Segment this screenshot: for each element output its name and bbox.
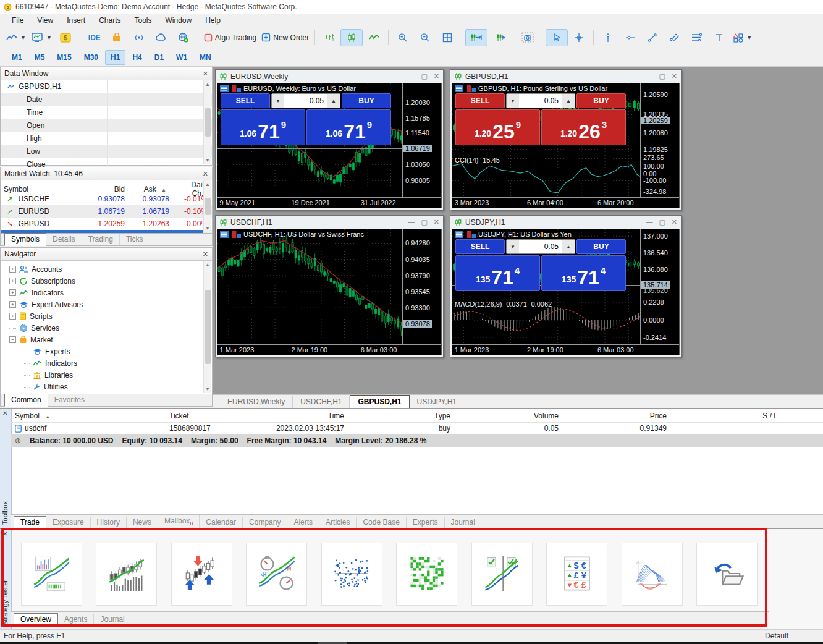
navigator-item-expert-advisors[interactable]: +Expert Advisors — [4, 299, 212, 310]
close-icon[interactable]: ✕ — [203, 250, 208, 258]
chart-area[interactable]: USDJPY, H1: US Dollar vs Yen SELL ▼ 0.05… — [452, 229, 680, 355]
volume-decrease-button[interactable]: ▼ — [272, 94, 284, 108]
navigator-item-indicators[interactable]: Indicators — [4, 357, 212, 369]
toolbox-tab-mailbox[interactable]: Mailbox8 — [158, 515, 200, 528]
sell-button[interactable]: SELL — [455, 239, 505, 254]
data-window-row[interactable]: Time — [1, 106, 212, 119]
shift-end-button[interactable] — [465, 29, 487, 46]
chart-profile-button[interactable]: ▼ — [28, 29, 54, 46]
toolbox-tab-history[interactable]: History — [91, 517, 127, 528]
chart-area[interactable]: EURUSD, Weekly: Euro vs US Dollar SELL ▼… — [217, 83, 442, 208]
channel-button[interactable] — [664, 29, 686, 46]
minimize-icon[interactable]: — — [646, 72, 652, 80]
menu-view[interactable]: View — [30, 14, 60, 27]
trendline-button[interactable] — [641, 29, 664, 46]
vps-button[interactable] — [150, 29, 172, 46]
sell-price[interactable]: 135714 — [455, 255, 540, 291]
market-watch-scrollbar[interactable]: ▲▼ — [203, 180, 211, 232]
tester-tile-trade-arrows[interactable] — [171, 543, 232, 606]
minimize-icon[interactable]: — — [408, 72, 415, 80]
quick-trade-icon[interactable] — [467, 85, 476, 92]
timeframe-m30[interactable]: M30 — [78, 50, 104, 65]
market-depth-icon[interactable] — [220, 85, 229, 92]
maximize-icon[interactable]: ▢ — [421, 72, 427, 80]
tester-tile-currency-table[interactable]: $€£¥€£ — [546, 543, 607, 606]
navigator-scrollbar[interactable]: ▲▼ — [203, 261, 211, 393]
chart-window-titlebar[interactable]: USDCHF,H1 —▢✕ — [216, 216, 443, 229]
deposit-button[interactable]: $ — [54, 29, 77, 46]
algo-trading-button[interactable]: Algo Trading — [201, 29, 259, 46]
tester-tab-journal[interactable]: Journal — [94, 614, 130, 625]
buy-price[interactable]: 1.06719 — [306, 109, 391, 145]
sell-button[interactable]: SELL — [221, 93, 270, 108]
new-order-button[interactable]: New Order — [259, 29, 311, 46]
ide-button[interactable]: IDE — [83, 29, 106, 46]
timeframe-m5[interactable]: M5 — [29, 50, 51, 65]
tester-tile-candles-volume[interactable] — [96, 543, 157, 606]
bar-chart-button[interactable]: 1 — [318, 29, 340, 46]
close-icon[interactable]: ✕ — [2, 530, 7, 537]
volume-value[interactable]: 0.05 — [519, 94, 562, 108]
toolbox-tab-articles[interactable]: Articles — [319, 517, 357, 528]
volume-increase-button[interactable]: ▲ — [562, 240, 575, 253]
data-window-row[interactable]: Low — [1, 145, 212, 158]
timeframe-w1[interactable]: W1 — [171, 50, 193, 65]
timeframe-m1[interactable]: M1 — [6, 50, 28, 65]
trade-table-row[interactable]: usdchf15868908172023.02.03 13:45:17buy0.… — [11, 422, 823, 435]
menu-charts[interactable]: Charts — [92, 14, 127, 27]
market-watch-header[interactable]: SymbolBidAsk ▲Daily Ch... — [1, 180, 212, 193]
tester-tile-scatter-plot[interactable] — [321, 543, 382, 606]
market-button[interactable] — [106, 29, 128, 46]
quick-trade-icon[interactable] — [467, 231, 476, 238]
buy-button[interactable]: BUY — [576, 239, 626, 254]
tester-tile-distribution-surface[interactable] — [622, 543, 683, 606]
navigator-item-accounts[interactable]: +Accounts — [4, 263, 212, 275]
data-window-row[interactable]: Date — [1, 93, 212, 106]
close-icon[interactable]: ✕ — [434, 72, 439, 80]
market-depth-icon[interactable] — [455, 231, 463, 238]
toolbox-tab-exposure[interactable]: Exposure — [46, 517, 91, 528]
data-window-scrollbar[interactable]: ▲▼ — [203, 80, 211, 164]
chart-tab-usdjpy-h1[interactable]: USDJPY,H1 — [410, 396, 464, 408]
market-watch-tab-details[interactable]: Details — [46, 234, 82, 245]
timeframe-h4[interactable]: H4 — [127, 50, 147, 65]
expand-icon[interactable]: ⊕ — [15, 436, 21, 445]
buy-button[interactable]: BUY — [576, 93, 626, 108]
fibonacci-button[interactable] — [686, 29, 708, 46]
tester-tile-forward-test[interactable] — [471, 543, 533, 606]
menu-insert[interactable]: Insert — [60, 14, 92, 27]
toolbox-tab-journal[interactable]: Journal — [445, 517, 481, 528]
tester-tile-optimization-matrix[interactable] — [396, 543, 457, 606]
chart-type-button[interactable]: ▼ — [4, 29, 28, 46]
data-window-row[interactable]: GBPUSD,H1 — [1, 80, 212, 93]
tester-tile-backtest-report[interactable] — [21, 543, 82, 606]
buy-button[interactable]: BUY — [342, 93, 391, 108]
close-icon[interactable]: ✕ — [2, 410, 7, 417]
text-button[interactable] — [708, 29, 730, 46]
toolbox-tab-code-base[interactable]: Code Base — [357, 517, 406, 528]
tester-tab-agents[interactable]: Agents — [58, 614, 94, 625]
data-window-row[interactable]: Open — [1, 119, 212, 132]
navigator-tab-favorites[interactable]: Favorites — [48, 394, 91, 406]
market-watch-tab-ticks[interactable]: Ticks — [120, 234, 150, 245]
toolbox-tab-alerts[interactable]: Alerts — [287, 517, 319, 528]
volume-increase-button[interactable]: ▲ — [562, 94, 575, 108]
minimize-icon[interactable]: — — [646, 218, 652, 226]
navigator-item-indicators[interactable]: +Indicators — [4, 287, 212, 299]
tree-expand-toggle[interactable]: − — [9, 336, 16, 343]
minimize-icon[interactable]: — — [408, 218, 415, 226]
tree-expand-toggle[interactable]: + — [9, 278, 16, 284]
shift-begin-button[interactable] — [487, 29, 510, 46]
toolbox-tab-company[interactable]: Company — [243, 517, 287, 528]
chart-tab-gbpusd-h1[interactable]: GBPUSD,H1 — [350, 395, 409, 408]
crosshair-button[interactable] — [568, 29, 590, 46]
market-depth-icon[interactable] — [455, 85, 463, 92]
menu-window[interactable]: Window — [159, 14, 199, 27]
volume-decrease-button[interactable]: ▼ — [507, 94, 519, 108]
menu-help[interactable]: Help — [198, 14, 227, 27]
menu-file[interactable]: File — [5, 14, 30, 27]
volume-value[interactable]: 0.05 — [519, 240, 562, 253]
navigator-item-experts[interactable]: Experts — [4, 345, 212, 357]
zoom-out-button[interactable] — [414, 29, 436, 46]
market-depth-icon[interactable] — [220, 231, 229, 238]
